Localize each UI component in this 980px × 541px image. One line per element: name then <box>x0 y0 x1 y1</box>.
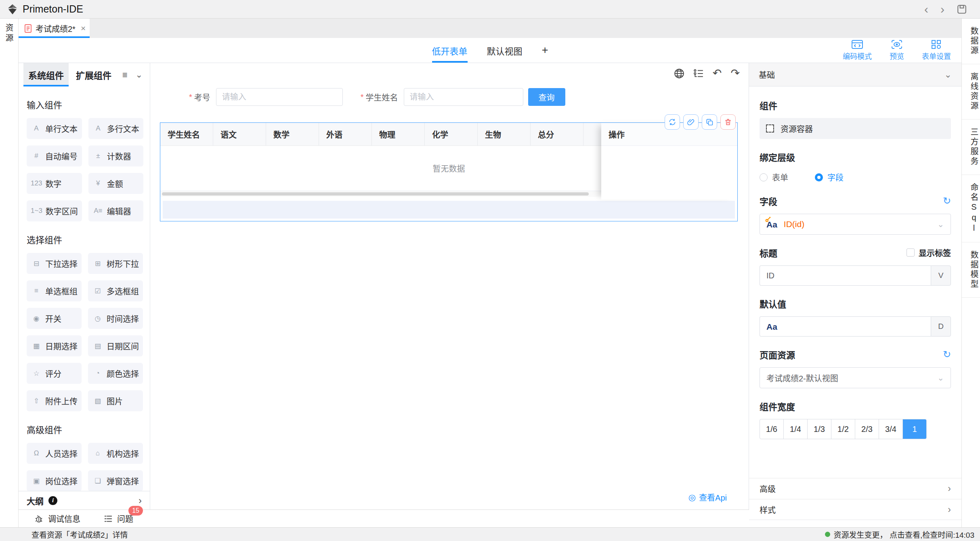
table-column-header[interactable]: 总分 <box>531 123 583 145</box>
chevron-down-icon[interactable]: ⌄ <box>944 69 952 80</box>
container-footer-slot[interactable] <box>163 201 735 219</box>
default-value-input[interactable]: Aa <box>760 316 931 337</box>
add-view-button[interactable]: + <box>542 44 548 57</box>
component-item[interactable]: ▣ 岗位选择 <box>27 470 82 491</box>
table-column-header[interactable]: 化学 <box>425 123 478 145</box>
advanced-section-row[interactable]: 高级 › <box>749 478 961 499</box>
page-resource-select[interactable]: 考试成绩2-默认视图 ⌄ <box>760 367 951 388</box>
globe-icon[interactable] <box>674 68 684 79</box>
width-option[interactable]: 3/4 <box>879 419 903 439</box>
component-item[interactable]: ▦ 日期选择 <box>27 335 82 356</box>
component-item[interactable]: A 多行文本 <box>88 118 143 139</box>
table-column-header[interactable]: 学生姓名 <box>160 123 213 145</box>
component-item[interactable]: # 自动编号 <box>27 145 82 166</box>
component-item[interactable]: ⊞ 树形下拉 <box>88 253 143 274</box>
document-tab[interactable]: 考试成绩2* × <box>19 19 90 38</box>
student-name-input[interactable] <box>404 88 523 106</box>
component-item[interactable]: ❏ 弹窗选择 <box>88 470 143 491</box>
width-option[interactable]: 1/3 <box>808 419 831 439</box>
redo-icon[interactable]: ↷ <box>730 68 740 79</box>
component-item[interactable]: ⊟ 下拉选择 <box>27 253 82 274</box>
title-addon-button[interactable]: V <box>931 265 951 286</box>
problems-button[interactable]: 问题 15 <box>104 513 133 524</box>
binding-level-radio[interactable]: 表单 <box>760 171 788 183</box>
component-item[interactable]: A≡ 编辑器 <box>88 200 143 221</box>
component-item[interactable]: ¥ 金额 <box>88 173 143 194</box>
exam-no-input[interactable] <box>216 88 343 106</box>
width-option[interactable]: 1/4 <box>784 419 808 439</box>
debug-info-button[interactable]: 调试信息 <box>35 513 80 524</box>
checkbox-icon[interactable] <box>907 248 915 257</box>
properties-header[interactable]: 基础 ⌄ <box>749 63 961 86</box>
component-item-icon: ☑ <box>92 287 103 295</box>
component-item[interactable]: ⌂ 机构选择 <box>88 443 143 464</box>
query-button[interactable]: 查询 <box>528 88 565 106</box>
component-item[interactable]: 123 数字 <box>27 173 82 194</box>
tab-system-components[interactable]: 系统组件 <box>23 63 69 86</box>
sync-icon[interactable] <box>665 114 680 130</box>
component-item[interactable]: A 单行文本 <box>27 118 82 139</box>
chevron-right-icon[interactable]: › <box>139 495 142 506</box>
preview-button[interactable]: 预览 <box>890 40 904 61</box>
undo-icon[interactable]: ↶ <box>713 68 722 79</box>
collapse-panel-icon[interactable]: ⌄ <box>135 70 145 80</box>
width-option[interactable]: 1 <box>903 419 926 439</box>
close-icon[interactable]: × <box>81 23 86 33</box>
component-item[interactable]: ◔ 颜色选择 <box>88 363 143 384</box>
width-option[interactable]: 1/2 <box>831 419 855 439</box>
right-rail-tab[interactable]: 数据源 <box>962 19 980 64</box>
width-option[interactable]: 2/3 <box>855 419 879 439</box>
component-item[interactable]: ☑ 多选框组 <box>88 280 143 301</box>
view-api-link[interactable]: ◎ 查看Api <box>688 491 727 503</box>
component-item[interactable]: ≡ 单选框组 <box>27 280 82 301</box>
table-column-header[interactable]: 外语 <box>319 123 372 145</box>
table-column-header[interactable]: 生物 <box>478 123 531 145</box>
right-rail-tab[interactable]: 离线资源 <box>962 64 980 120</box>
form-settings-button[interactable]: 表单设置 <box>922 40 951 61</box>
right-rail-tab[interactable]: 命名Sql <box>962 175 980 242</box>
component-item[interactable]: ▤ 日期区间 <box>88 335 143 356</box>
component-item[interactable]: 1~3 数字区间 <box>27 200 82 221</box>
nav-back-icon[interactable]: ‹ <box>924 3 928 15</box>
field-select[interactable]: Aa ID(id) ⌄ <box>760 214 951 235</box>
component-item[interactable]: ± 计数器 <box>88 145 143 166</box>
status-left-text[interactable]: 查看资源「考试成绩2」详情 <box>31 529 128 540</box>
right-rail-tab[interactable]: 数据模型 <box>962 242 980 298</box>
info-icon[interactable]: i <box>48 496 57 505</box>
tab-extended-components[interactable]: 扩展组件 <box>71 63 116 86</box>
refresh-icon[interactable]: ↻ <box>943 349 951 359</box>
save-icon[interactable] <box>957 4 967 15</box>
show-label-checkbox-row[interactable]: 显示标签 <box>907 247 951 259</box>
copy-icon[interactable] <box>702 114 717 130</box>
tab-default-view[interactable]: 默认视图 <box>487 38 523 63</box>
table-column-header[interactable]: 物理 <box>372 123 425 145</box>
component-item[interactable]: ⇧ 附件上传 <box>27 390 82 411</box>
component-item-icon: ⊞ <box>92 259 103 268</box>
title-input[interactable]: ID <box>760 265 931 286</box>
table-column-header[interactable]: 数学 <box>266 123 319 145</box>
style-section-row[interactable]: 样式 › <box>749 499 961 520</box>
status-right[interactable]: 资源发生变更， 点击查看,检查时间:14:03 <box>825 529 974 540</box>
nav-forward-icon[interactable]: › <box>940 3 944 15</box>
refresh-icon[interactable]: ↻ <box>943 196 951 206</box>
component-list-icon[interactable]: ≣ <box>122 71 128 79</box>
scrollbar-thumb[interactable] <box>162 192 589 196</box>
delete-icon[interactable] <box>720 114 736 130</box>
component-item[interactable]: ◷ 时间选择 <box>88 308 143 329</box>
link-icon[interactable] <box>683 114 699 130</box>
code-mode-button[interactable]: 编码模式 <box>843 40 872 61</box>
table-column-header[interactable]: 语文 <box>213 123 266 145</box>
component-panel: 系统组件 扩展组件 ≣ ⌄ 输入组件 A 单行文本 A <box>19 63 150 509</box>
component-item[interactable]: ◉ 开关 <box>27 308 82 329</box>
width-option[interactable]: 1/6 <box>760 419 784 439</box>
binding-level-radio[interactable]: 字段 <box>815 171 844 183</box>
right-rail-tab[interactable]: 三方服务 <box>962 120 980 175</box>
resources-rail-tab[interactable]: 资源 <box>3 23 15 44</box>
component-item[interactable]: ☆ 评分 <box>27 363 82 384</box>
component-item[interactable]: Ω 人员选择 <box>27 443 82 464</box>
default-value-addon-button[interactable]: D <box>931 316 951 337</box>
outline-tree-icon[interactable] <box>693 68 704 79</box>
tab-lowcode-form[interactable]: 低开表单 <box>432 38 468 63</box>
component-item[interactable]: ▧ 图片 <box>88 390 143 411</box>
selected-table-container[interactable]: 学生姓名 语文 数学 外语 物理 化学 生物 总分 <box>160 122 738 221</box>
